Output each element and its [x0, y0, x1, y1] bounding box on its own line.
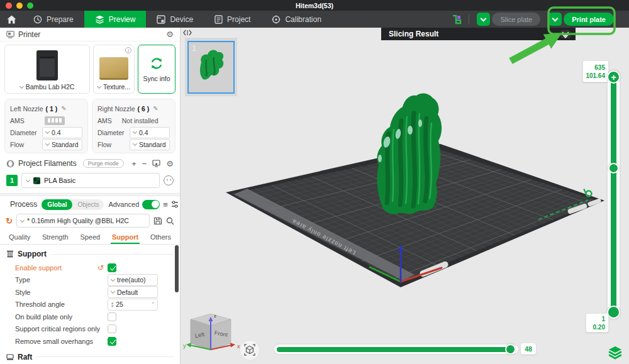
- layers-view-button[interactable]: [609, 346, 621, 358]
- on-build-plate-only-checkbox[interactable]: [108, 312, 116, 321]
- step-slider-handle[interactable]: [505, 344, 516, 355]
- fit-view-button[interactable]: [240, 340, 260, 360]
- step-slider[interactable]: [274, 345, 518, 354]
- print-options-dropdown[interactable]: [548, 13, 562, 26]
- tab-others[interactable]: Others: [150, 231, 172, 243]
- list-view-icon[interactable]: ≡: [163, 201, 168, 209]
- printed-model[interactable]: [377, 94, 442, 214]
- purge-mode-button[interactable]: Purge mode: [83, 159, 124, 168]
- layer-range-slider[interactable]: +: [608, 70, 620, 319]
- traffic-lights: [6, 3, 33, 9]
- tab-prepare[interactable]: Prepare: [23, 11, 84, 28]
- preset-select[interactable]: * 0.16mm High Quality @BBL H2C: [16, 214, 150, 228]
- enable-support-checkbox[interactable]: [108, 263, 116, 272]
- tab-project[interactable]: Project: [204, 11, 261, 28]
- sync-info-card[interactable]: Sync info: [138, 45, 175, 94]
- threshold-angle-value[interactable]: 25: [116, 301, 149, 308]
- enable-support-label: Enable support: [15, 264, 97, 272]
- support-type-select[interactable]: tree(auto): [108, 274, 158, 286]
- tab-calibration-label: Calibration: [285, 15, 321, 24]
- search-icon[interactable]: [166, 217, 174, 225]
- scope-global[interactable]: Global: [42, 199, 72, 210]
- support-section-title: Support: [18, 250, 47, 258]
- filament-settings-gear-icon[interactable]: ⚙: [166, 160, 174, 168]
- top-layer-number: 635: [594, 63, 605, 72]
- layer-slider-upper-handle[interactable]: [608, 163, 619, 174]
- right-flow-select[interactable]: Standard: [130, 139, 170, 150]
- expand-results-icon[interactable]: [560, 30, 571, 38]
- filament-select[interactable]: PLA Basic: [21, 173, 160, 188]
- navigation-cube[interactable]: Left Front z y x: [183, 313, 240, 350]
- zoom-button[interactable]: [27, 3, 33, 9]
- save-preset-icon[interactable]: [153, 217, 162, 225]
- cube-axis-y-label: y: [183, 343, 186, 349]
- slice-options-dropdown[interactable]: [477, 13, 490, 26]
- layer-slider-add-handle[interactable]: +: [607, 70, 620, 84]
- raft-section-title: Raft: [18, 353, 32, 361]
- layer-slider-lower-handle[interactable]: [607, 306, 620, 319]
- tab-preview[interactable]: Preview: [84, 11, 147, 28]
- add-filament-button[interactable]: +: [131, 160, 136, 168]
- edit-icon[interactable]: ✎: [153, 105, 158, 112]
- scope-toggle[interactable]: Global Objects: [42, 199, 104, 210]
- critical-regions-only-checkbox[interactable]: [108, 324, 116, 333]
- plate-type-name[interactable]: Texture...: [103, 83, 130, 91]
- print-plate-button[interactable]: Print plate: [564, 13, 614, 26]
- setting-critical-regions-only: Support critical regions only: [0, 323, 180, 336]
- layer-slider-bottom-label: 1 0.20: [586, 313, 609, 333]
- tab-calibration[interactable]: Calibration: [261, 11, 331, 28]
- printer-card[interactable]: Bambu Lab H2C: [4, 45, 90, 94]
- chevron-down-icon: [111, 277, 115, 282]
- settings-scrollbar[interactable]: [175, 245, 179, 292]
- printer-settings-gear-icon[interactable]: ⚙: [166, 30, 174, 38]
- right-nozzle-card: Right Nozzle ( 6 ) ✎ AMS Not installed D…: [92, 99, 175, 153]
- remove-small-overhangs-checkbox[interactable]: [108, 337, 116, 346]
- filament-sync-icon[interactable]: [152, 160, 160, 167]
- plate-arrange-button[interactable]: [451, 14, 462, 25]
- remove-filament-button[interactable]: −: [142, 160, 147, 168]
- right-diameter-select[interactable]: 0.4: [130, 127, 170, 138]
- preset-reset-icon[interactable]: ↻: [6, 217, 13, 225]
- left-diameter-select[interactable]: 0.4: [42, 127, 82, 138]
- filament-menu-icon[interactable]: [164, 175, 174, 185]
- sidebar-collapse-button[interactable]: [182, 28, 192, 36]
- close-button[interactable]: [6, 3, 12, 9]
- ams-unit-icon[interactable]: [45, 116, 65, 125]
- spinner-arrows-icon[interactable]: ▴▾: [111, 301, 113, 307]
- device-icon: [157, 15, 165, 24]
- navbar-right-controls: Slice plate Print plate: [451, 11, 629, 28]
- setting-enable-support: Enable support ↺: [0, 262, 180, 274]
- filaments-section-title: Project Filaments: [18, 159, 77, 168]
- undo-icon[interactable]: ↺: [97, 264, 104, 272]
- tab-strength[interactable]: Strength: [42, 231, 69, 243]
- scope-objects[interactable]: Objects: [72, 199, 104, 210]
- slice-plate-button[interactable]: Slice plate: [492, 13, 540, 26]
- slicing-result-bar[interactable]: Slicing Result: [381, 28, 576, 40]
- tab-project-label: Project: [227, 15, 250, 24]
- threshold-angle-spinner[interactable]: ▴▾ 25 °: [108, 299, 158, 311]
- setting-support-style: Style Default: [0, 286, 180, 299]
- minimize-button[interactable]: [16, 3, 23, 9]
- tab-quality[interactable]: Quality: [8, 231, 31, 243]
- plate-thumbnail-card[interactable]: 1: [185, 38, 237, 96]
- layer-slider-track[interactable]: [611, 76, 616, 314]
- tab-speed[interactable]: Speed: [79, 231, 101, 243]
- support-style-select[interactable]: Default: [108, 286, 158, 298]
- setting-threshold-angle: Threshold angle ▴▾ 25 °: [0, 299, 180, 311]
- advanced-toggle[interactable]: [142, 200, 160, 209]
- info-icon[interactable]: i: [125, 47, 131, 53]
- printer-name[interactable]: Bambu Lab H2C: [26, 83, 75, 91]
- left-flow-select[interactable]: Standard: [42, 139, 82, 150]
- plate-type-card[interactable]: i Texture...: [93, 45, 135, 94]
- preset-row: ↻ * 0.16mm High Quality @BBL H2C: [0, 212, 180, 230]
- tab-support[interactable]: Support: [111, 231, 139, 243]
- diameter-label: Diameter: [97, 129, 125, 136]
- tab-device[interactable]: Device: [146, 11, 204, 28]
- edit-icon[interactable]: ✎: [61, 105, 66, 112]
- tune-icon[interactable]: [171, 201, 179, 208]
- filament-name: PLA Basic: [44, 177, 75, 184]
- plate-arrange-icon: [452, 14, 462, 25]
- home-button[interactable]: [0, 11, 23, 28]
- tab-prepare-label: Prepare: [47, 15, 74, 24]
- plate-thumbnail-selected[interactable]: 1: [187, 41, 235, 94]
